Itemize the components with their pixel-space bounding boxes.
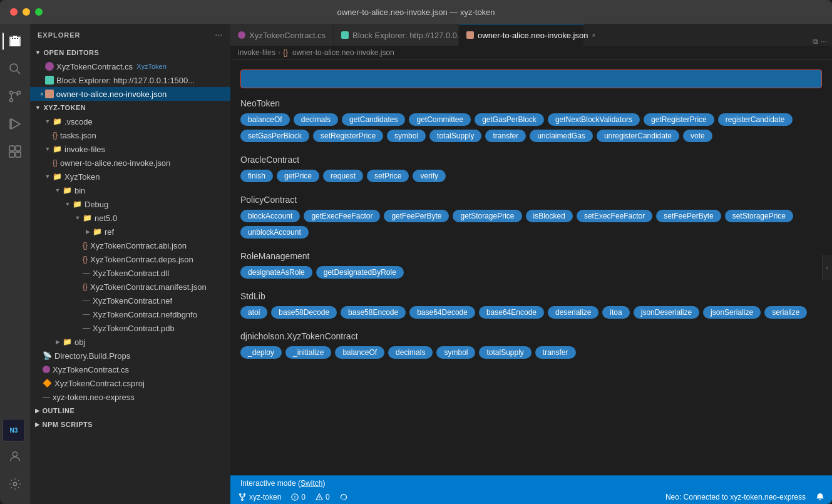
chip-setfeeperbyte[interactable]: setFeePerByte <box>656 210 721 222</box>
maximize-button[interactable] <box>35 8 43 16</box>
chip-setprice[interactable]: setPrice <box>367 170 409 182</box>
chip-unblockaccount[interactable]: unblockAccount <box>240 226 309 239</box>
more-actions-icon[interactable]: ··· <box>821 37 827 46</box>
chip-serialize[interactable]: serialize <box>764 306 807 319</box>
chip-base58decode[interactable]: base58Decode <box>271 306 337 319</box>
chip-symbol[interactable]: symbol <box>387 130 426 142</box>
chip-setstorageprice[interactable]: setStoragePrice <box>725 210 793 222</box>
chip-decimals-xyz[interactable]: decimals <box>388 346 433 359</box>
section-xyz-token[interactable]: ▼ XYZ-TOKEN <box>30 101 230 115</box>
chip-jsonserialize[interactable]: jsonSerialize <box>703 306 761 319</box>
tree-invoke-files[interactable]: ▼ 📁 invoke-files <box>30 142 230 156</box>
chip-isblocked[interactable]: isBlocked <box>526 210 573 222</box>
chip-totalsupply[interactable]: totalSupply <box>429 130 481 142</box>
section-outline[interactable]: ▶ OUTLINE <box>30 404 230 418</box>
status-warnings[interactable]: 0 <box>313 493 332 501</box>
chip-totalsupply-xyz[interactable]: totalSupply <box>479 346 531 359</box>
section-npm-scripts[interactable]: ▶ NPM SCRIPTS <box>30 418 230 431</box>
status-neo[interactable]: Neo: Connected to xyz-token.neo-express <box>663 493 808 501</box>
tab-cs[interactable]: XyzTokenContract.cs <box>230 24 334 46</box>
chip-registercandidate[interactable]: registerCandidate <box>718 113 793 126</box>
chip-getcommittee[interactable]: getCommittee <box>409 113 471 126</box>
tree-abi-json[interactable]: {} XyzTokenContract.abi.json <box>30 239 230 252</box>
breadcrumb-invoke-files[interactable]: invoke-files <box>238 48 275 57</box>
tree-debug[interactable]: ▼ 📁 Debug <box>30 197 230 211</box>
tab-invoke-json[interactable]: owner-to-alice.neo-invoke.json × <box>459 24 584 46</box>
sidebar-more-icon[interactable]: ··· <box>215 31 223 39</box>
chip-getfeeperbyte[interactable]: getFeePerByte <box>384 210 449 222</box>
chip-jsondeserialize[interactable]: jsonDeserialize <box>634 306 699 319</box>
chip-unregistercandidate[interactable]: unregisterCandidate <box>597 130 679 142</box>
chip-getexecfeefactor[interactable]: getExecFeeFactor <box>304 210 380 222</box>
collapse-panel-button[interactable]: ‹ <box>822 255 832 280</box>
close-button[interactable] <box>10 8 18 16</box>
open-editor-cs[interactable]: XyzTokenContract.cs XyzToken <box>30 59 230 73</box>
tab-close-icon[interactable]: × <box>592 30 595 40</box>
status-notifications[interactable] <box>813 493 827 501</box>
open-editor-explorer[interactable]: Block Explorer: http://127.0.0.1:1500... <box>30 73 230 87</box>
tree-tasks-json[interactable]: {} tasks.json <box>30 128 230 142</box>
tree-net50[interactable]: ▼ 📁 net5.0 <box>30 211 230 225</box>
tree-cs[interactable]: XyzTokenContract.cs <box>30 363 230 376</box>
minimize-button[interactable] <box>23 8 30 16</box>
chip-deploy[interactable]: _deploy <box>240 346 282 359</box>
switch-link[interactable]: Switch <box>300 479 322 488</box>
chip-getgasperblock[interactable]: getGasPerBlock <box>475 113 544 126</box>
chip-balanceof[interactable]: balanceOf <box>240 113 290 126</box>
status-sync[interactable] <box>337 493 350 501</box>
tree-neo-express[interactable]: — xyz-token.neo-express <box>30 390 230 404</box>
chip-designateasrole[interactable]: designateAsRole <box>240 266 312 279</box>
chip-getnextblockvalidators[interactable]: getNextBlockValidators <box>548 113 640 126</box>
activity-search[interactable] <box>3 56 28 81</box>
chip-blockaccount[interactable]: blockAccount <box>240 210 300 222</box>
chip-deserialize[interactable]: deserialize <box>548 306 598 319</box>
tab-block-explorer[interactable]: Block Explorer: http://127.0.0.1:50012 <box>334 24 459 46</box>
tree-pdb[interactable]: — XyzTokenContract.pdb <box>30 321 230 335</box>
chip-vote[interactable]: vote <box>683 130 712 142</box>
activity-settings[interactable] <box>3 471 28 496</box>
chip-itoa[interactable]: itoa <box>602 306 629 319</box>
activity-source-control[interactable] <box>3 84 28 109</box>
tree-manifest-json[interactable]: {} XyzTokenContract.manifest.json <box>30 280 230 294</box>
status-branch[interactable]: xyz-token <box>235 493 284 501</box>
chip-finish[interactable]: finish <box>240 170 273 182</box>
chip-unclaimedgas[interactable]: unclaimedGas <box>530 130 593 142</box>
tree-vscode[interactable]: ▼ 📁 .vscode <box>30 115 230 128</box>
status-errors[interactable]: 0 <box>289 493 308 501</box>
activity-files[interactable] <box>3 29 28 54</box>
tree-directory-build-props[interactable]: 📡 Directory.Build.Props <box>30 349 230 363</box>
chip-getdesignatedbyrole[interactable]: getDesignatedByRole <box>316 266 404 279</box>
chip-request[interactable]: request <box>323 170 363 182</box>
tree-obj[interactable]: ▶ 📁 obj <box>30 335 230 349</box>
tree-ref[interactable]: ▶ 📁 ref <box>30 225 230 239</box>
invoke-panel[interactable]: NeoToken balanceOf decimals getCandidate… <box>230 59 832 475</box>
tree-dll[interactable]: — XyzTokenContract.dll <box>30 266 230 280</box>
activity-account[interactable] <box>3 444 28 469</box>
breadcrumb-current-file[interactable]: {} owner-to-alice.neo-invoke.json <box>283 48 394 57</box>
chip-verify[interactable]: verify <box>413 170 446 182</box>
chip-symbol-xyz[interactable]: symbol <box>436 346 475 359</box>
chip-transfer[interactable]: transfer <box>485 130 526 142</box>
invoke-search-input[interactable] <box>240 69 822 88</box>
chip-base64encode[interactable]: base64Encode <box>479 306 544 319</box>
tree-csproj[interactable]: 🔶 XyzTokenContract.csproj <box>30 376 230 390</box>
chip-decimals[interactable]: decimals <box>294 113 338 126</box>
tree-invoke-json[interactable]: {} owner-to-alice.neo-invoke.json <box>30 156 230 170</box>
chip-initialize[interactable]: _initialize <box>285 346 331 359</box>
chip-base64decode[interactable]: base64Decode <box>409 306 475 319</box>
open-editor-json[interactable]: × owner-to-alice.neo-invoke.json <box>30 87 230 101</box>
chip-getcandidates[interactable]: getCandidates <box>342 113 405 126</box>
activity-run[interactable] <box>3 111 28 136</box>
chip-transfer-xyz[interactable]: transfer <box>535 346 576 359</box>
tree-bin[interactable]: ▼ 📁 bin <box>30 183 230 197</box>
section-open-editors[interactable]: ▼ OPEN EDITORS <box>30 46 230 59</box>
tree-nef[interactable]: — XyzTokenContract.nef <box>30 294 230 307</box>
tree-nefdbgnfo[interactable]: — XyzTokenContract.nefdbgnfo <box>30 307 230 321</box>
chip-setexecfeefactor[interactable]: setExecFeeFactor <box>577 210 652 222</box>
activity-extensions[interactable] <box>3 139 28 164</box>
chip-getregisterprice[interactable]: getRegisterPrice <box>644 113 714 126</box>
chip-base58encode[interactable]: base58Encode <box>341 306 406 319</box>
chip-setgasperblock[interactable]: setGasPerBlock <box>240 130 309 142</box>
tree-deps-json[interactable]: {} XyzTokenContract.deps.json <box>30 252 230 266</box>
split-editor-icon[interactable]: ⧉ <box>813 37 818 46</box>
